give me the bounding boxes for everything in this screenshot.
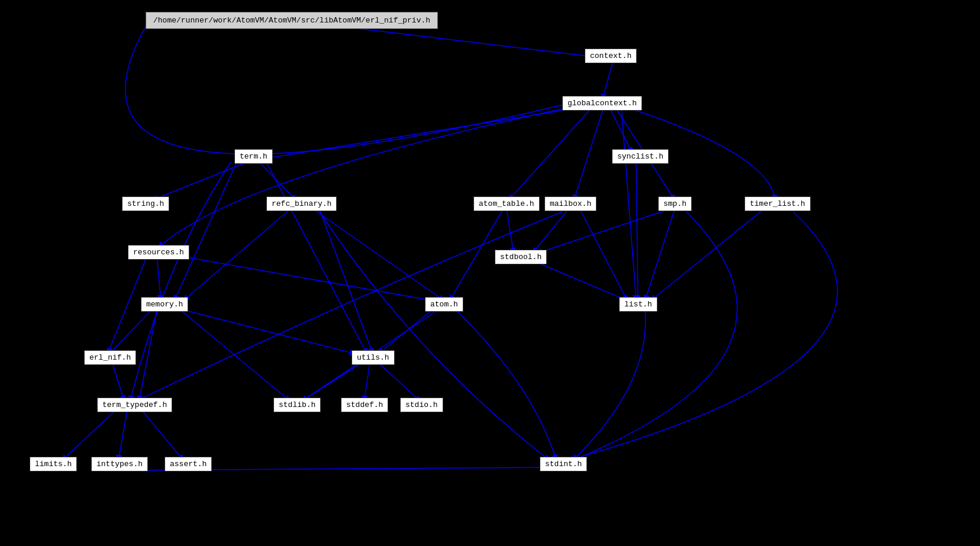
svg-line-5 (509, 108, 592, 200)
node-mailbox-h: mailbox.h (544, 196, 597, 211)
svg-line-33 (62, 411, 115, 460)
node-inttypes-h: inttypes.h (91, 457, 148, 471)
svg-line-9 (153, 162, 247, 200)
node-assert-h: assert.h (165, 457, 212, 471)
svg-line-1 (342, 27, 604, 58)
node-atom-h: atom.h (425, 297, 463, 312)
title-node: /home/runner/work/AtomVM/AtomVM/src/libA… (146, 12, 438, 29)
svg-line-19 (533, 209, 568, 253)
svg-line-14 (314, 209, 444, 301)
node-resources-h: resources.h (128, 245, 189, 260)
svg-line-18 (580, 209, 627, 301)
node-memory-h: memory.h (141, 297, 188, 312)
node-string-h: string.h (122, 196, 169, 211)
node-stdbool-h: stdbool.h (495, 250, 547, 264)
svg-line-4 (610, 108, 632, 153)
node-term-typedef-h: term_typedef.h (97, 398, 172, 412)
svg-line-20 (537, 209, 669, 253)
node-stddef-h: stddef.h (341, 398, 388, 412)
node-stdlib-h: stdlib.h (273, 398, 321, 412)
svg-line-6 (574, 108, 604, 200)
node-timer-list-h: timer_list.h (744, 196, 811, 211)
svg-line-34 (118, 411, 127, 460)
node-limits-h: limits.h (30, 457, 77, 471)
node-erl-nif-h: erl_nif.h (84, 350, 136, 365)
svg-line-23 (157, 257, 161, 301)
svg-line-35 (142, 411, 183, 460)
svg-line-32 (379, 363, 420, 401)
svg-line-26 (139, 310, 157, 401)
svg-line-13 (183, 209, 290, 301)
node-atom-table-h: atom_table.h (473, 196, 540, 211)
node-smp-h: smp.h (658, 196, 692, 211)
node-stdint-h: stdint.h (540, 457, 587, 471)
svg-line-37 (537, 263, 627, 301)
node-synclist-h: synclist.h (612, 149, 669, 164)
svg-line-29 (112, 363, 124, 401)
svg-line-2 (602, 63, 612, 99)
svg-line-24 (183, 257, 432, 301)
node-term-h: term.h (234, 149, 273, 164)
node-context-h: context.h (585, 49, 637, 63)
svg-line-11 (175, 162, 237, 301)
svg-line-17 (507, 209, 514, 253)
node-globalcontext-h: globalcontext.h (562, 96, 642, 111)
svg-line-31 (364, 363, 370, 401)
node-refc-binary-h: refc_binary.h (266, 196, 337, 211)
svg-line-15 (320, 209, 373, 354)
svg-line-21 (645, 209, 675, 301)
node-list-h: list.h (619, 297, 657, 312)
svg-line-22 (651, 209, 763, 301)
node-stdio-h: stdio.h (400, 398, 443, 412)
node-utils-h: utils.h (352, 350, 395, 365)
svg-line-25 (183, 310, 355, 354)
svg-line-12 (636, 162, 638, 301)
